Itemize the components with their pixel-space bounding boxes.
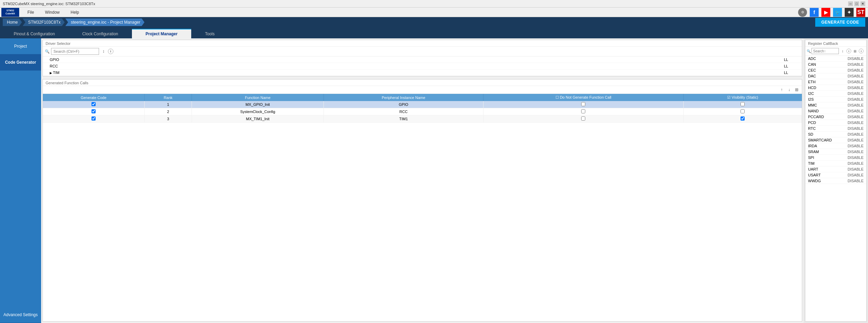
cb-row-usart[interactable]: USARTDISABLE	[805, 172, 866, 178]
visibility-2[interactable]	[683, 108, 802, 115]
sidebar-item-project[interactable]: Project	[0, 38, 41, 54]
breadcrumb-home[interactable]: Home	[3, 18, 22, 26]
rc-info-icon[interactable]: i	[846, 49, 851, 53]
tab-tools[interactable]: Tools	[191, 29, 228, 38]
cb-row-tim[interactable]: TIMDISABLE	[805, 161, 866, 166]
cb-name: CAN	[805, 62, 841, 67]
cb-name: MMC	[805, 102, 841, 108]
rc-sort-icon[interactable]: ↕	[840, 48, 846, 54]
info-icon[interactable]: i	[108, 49, 113, 54]
rc-info2-icon[interactable]: i	[859, 49, 864, 53]
driver-row-gpio[interactable]: GPIO LL	[43, 57, 802, 63]
menu-help[interactable]: Help	[65, 9, 85, 16]
driver-toolbar: 🔍 ↕ i	[43, 47, 802, 57]
cb-name: CEC	[805, 67, 841, 73]
cb-row-cec[interactable]: CECDISABLE	[805, 67, 866, 73]
register-callback-search[interactable]	[811, 48, 839, 54]
menu-window[interactable]: Window	[39, 9, 65, 16]
sort-icon[interactable]: ↕	[100, 48, 107, 54]
rc-expand-icon[interactable]: ⊞	[852, 48, 858, 54]
visibility-1[interactable]	[683, 101, 802, 108]
cb-row-sram[interactable]: SRAMDISABLE	[805, 149, 866, 155]
close-button[interactable]: ✕	[860, 1, 865, 6]
do-not-gen-1[interactable]	[484, 101, 683, 108]
func-row-1[interactable]: 1 MX_GPIO_Init GPIO	[43, 101, 802, 108]
cb-row-pcd[interactable]: PCDDISABLE	[805, 120, 866, 126]
do-not-generate-checkbox-header[interactable]: ☐	[555, 95, 559, 99]
cb-status: DISABLE	[841, 120, 866, 126]
func-name-2: SystemClock_Config	[192, 108, 323, 115]
driver-search-input[interactable]	[51, 48, 99, 55]
cb-status: DISABLE	[841, 102, 866, 108]
driver-row-rcc[interactable]: RCC LL	[43, 63, 802, 70]
maximize-button[interactable]: □	[854, 1, 859, 6]
periph-name-3: TIM1	[323, 115, 483, 123]
cb-row-nand[interactable]: NANDDISABLE	[805, 108, 866, 114]
gen-expand-icon[interactable]: ⊞	[794, 87, 800, 93]
cb-row-mmc[interactable]: MMCDISABLE	[805, 102, 866, 108]
minimize-button[interactable]: ─	[848, 1, 853, 6]
generate-code-button[interactable]: GENERATE CODE	[815, 18, 865, 27]
cb-row-can[interactable]: CANDISABLE	[805, 62, 866, 67]
cb-status: DISABLE	[841, 132, 866, 137]
cb-name: IRDA	[805, 143, 841, 149]
sidebar-item-advanced-settings[interactable]: Advanced Settings	[0, 307, 41, 323]
func-row-3[interactable]: 3 MX_TIM1_Init TIM1	[43, 115, 802, 123]
cb-row-adc[interactable]: ADCDISABLE	[805, 56, 866, 62]
cb-row-wwdg[interactable]: WWDGDISABLE	[805, 178, 866, 184]
do-not-gen-3[interactable]	[484, 115, 683, 123]
breadcrumb-mcu[interactable]: STM32F103C8Tx	[23, 18, 65, 26]
cb-row-sd[interactable]: SDDISABLE	[805, 132, 866, 137]
cb-name: ETH	[805, 79, 841, 85]
cb-row-pccard[interactable]: PCCARDDISABLE	[805, 114, 866, 120]
sort-down-icon[interactable]: ↓	[786, 87, 792, 93]
cb-name: USART	[805, 172, 841, 178]
cb-row-uart[interactable]: UARTDISABLE	[805, 166, 866, 172]
cb-name: SRAM	[805, 149, 841, 155]
cb-row-i2c[interactable]: I2CDISABLE	[805, 91, 866, 97]
cb-row-irda[interactable]: IRDADISABLE	[805, 143, 866, 149]
cb-row-dac[interactable]: DACDISABLE	[805, 73, 866, 79]
breadcrumb-project[interactable]: steering_engine.ioc - Project Manager	[65, 18, 145, 26]
sidebar-item-code-generator[interactable]: Code Generator	[0, 54, 41, 71]
cb-row-i2s[interactable]: I2SDISABLE	[805, 97, 866, 102]
func-row-2[interactable]: 2 SystemClock_Config RCC	[43, 108, 802, 115]
youtube-icon[interactable]: ▶	[821, 8, 830, 17]
cb-status: DISABLE	[841, 143, 866, 149]
tab-clock[interactable]: Clock Configuration	[69, 29, 132, 38]
cb-row-spi[interactable]: SPIDISABLE	[805, 155, 866, 161]
col-do-not-generate: ☐ Do Not Generate Function Call	[484, 94, 683, 101]
tab-pinout[interactable]: Pinout & Configuration	[0, 29, 69, 38]
func-name-1: MX_GPIO_Init	[192, 101, 323, 108]
function-calls-table: Generate Code Rank Function Name Periphe…	[43, 94, 802, 123]
cb-row-hcd[interactable]: HCDDISABLE	[805, 85, 866, 91]
do-not-gen-2[interactable]	[484, 108, 683, 115]
register-callback-table: ADCDISABLECANDISABLECECDISABLEDACDISABLE…	[805, 56, 866, 184]
gen-code-check-2[interactable]	[43, 108, 145, 115]
visibility-checkbox-header[interactable]: ☑	[727, 95, 731, 99]
cb-row-rtc[interactable]: RTCDISABLE	[805, 126, 866, 132]
facebook-icon[interactable]: f	[810, 8, 819, 17]
visibility-3[interactable]	[683, 115, 802, 123]
twitter-icon[interactable]: 🐦	[833, 8, 842, 17]
gen-toolbar: ↑ ↓ ⊞	[43, 86, 802, 94]
driver-row-tim[interactable]: TIM LL	[43, 70, 802, 76]
col-peripheral-name: Peripheral Instance Name	[323, 94, 483, 101]
network-icon[interactable]: ✦	[845, 8, 854, 17]
main-content: Driver Selector 🔍 ↕ i GPIO LL RCC LL	[41, 38, 804, 323]
tab-project-manager[interactable]: Project Manager	[132, 29, 191, 38]
cb-status: DISABLE	[841, 108, 866, 114]
gen-code-check-1[interactable]	[43, 101, 145, 108]
cb-status: DISABLE	[841, 114, 866, 120]
cb-row-smartcard[interactable]: SMARTCARDDISABLE	[805, 137, 866, 143]
st-icon[interactable]: ST	[856, 8, 865, 17]
cb-row-eth[interactable]: ETHDISABLE	[805, 79, 866, 85]
cb-name: ADC	[805, 56, 841, 62]
settings-icon[interactable]: ⚙	[798, 8, 807, 17]
rank-1: 1	[145, 101, 192, 108]
sort-up-icon[interactable]: ↑	[779, 87, 785, 93]
cb-name: TIM	[805, 161, 841, 166]
menu-file[interactable]: File	[22, 9, 39, 16]
cb-status: DISABLE	[841, 62, 866, 67]
gen-code-check-3[interactable]	[43, 115, 145, 123]
